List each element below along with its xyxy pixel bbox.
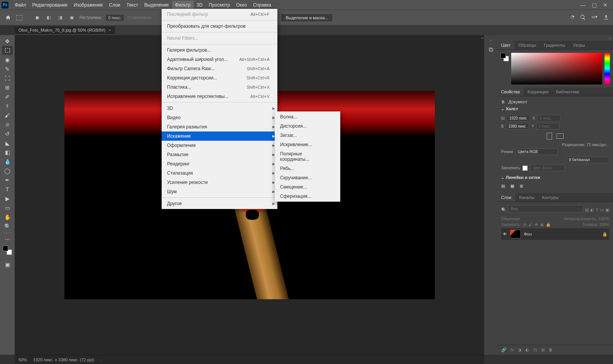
submenu-item--[interactable]: Дисторсия... — [275, 121, 340, 131]
filter-type-icon[interactable]: T — [596, 208, 598, 212]
blend-mode-select[interactable]: Обычные — [501, 216, 520, 221]
menu-item--[interactable]: Другое▶ — [162, 199, 277, 208]
history-panel-icon[interactable]: ⧉ — [489, 46, 493, 53]
collapse-panels-icon[interactable]: « — [481, 36, 483, 40]
history-brush-tool[interactable]: ↺ — [2, 129, 13, 138]
lock-all-icon[interactable]: 🔒 — [546, 222, 551, 227]
lock-transparency-icon[interactable]: ⊞ — [523, 222, 526, 227]
submenu-item--[interactable]: Волна... — [275, 112, 340, 121]
tab-свойства[interactable]: Свойства — [497, 88, 523, 96]
link-layers-icon[interactable]: 🔗 — [501, 347, 507, 352]
menu-item--[interactable]: Шум▶ — [162, 187, 277, 196]
submenu-item--[interactable]: Скручивание... — [275, 173, 340, 182]
fill-swatch[interactable] — [522, 165, 528, 171]
menu-текст[interactable]: Текст — [123, 1, 141, 9]
zoom-level[interactable]: 50% — [19, 357, 27, 362]
eraser-tool[interactable]: ◣ — [2, 138, 13, 147]
lasso-tool[interactable]: ◉ — [2, 55, 13, 64]
selection-subtract-icon[interactable]: ◨ — [56, 14, 64, 22]
height-input[interactable]: 1080 пикс — [506, 123, 529, 130]
rulers-section-header[interactable]: Линейки и сетки — [501, 173, 609, 182]
crop-tool[interactable]: ⛶ — [2, 74, 13, 83]
filter-smart-icon[interactable]: ▣ — [605, 207, 609, 212]
home-icon[interactable] — [4, 13, 12, 22]
menu-item--[interactable]: Исправление перспективы...Alt+Ctrl+V — [162, 92, 277, 101]
portrait-icon[interactable] — [547, 133, 552, 140]
filter-adjust-icon[interactable]: ◐ — [590, 207, 594, 212]
fg-bg-swatch[interactable] — [500, 53, 509, 61]
menu-item--[interactable]: Галерея фильтров... — [162, 46, 277, 55]
tab-библиотеки[interactable]: Библиотеки — [552, 88, 583, 96]
feather-input[interactable]: 0 пикс. — [106, 15, 124, 21]
blur-tool[interactable]: 💧 — [2, 157, 13, 166]
dodge-tool[interactable]: ◯ — [2, 166, 13, 175]
filter-shape-icon[interactable]: ▭ — [600, 207, 604, 212]
eyedropper-tool[interactable]: ✐ — [2, 92, 13, 101]
stamp-tool[interactable]: ⎚ — [2, 120, 13, 129]
submenu-item--[interactable]: Смещение... — [275, 182, 340, 192]
tab-слои[interactable]: Слои — [497, 193, 515, 202]
shape-tool[interactable]: ▭ — [2, 203, 13, 212]
fill-opacity-value[interactable]: 100% — [599, 222, 609, 227]
layer-group-icon[interactable]: 🗀 — [533, 347, 537, 352]
layer-fx-icon[interactable]: fx — [510, 347, 514, 352]
menu-item--[interactable]: Искажение▶ — [162, 131, 277, 141]
menu-фильтр[interactable]: Фильтр — [172, 1, 194, 9]
layer-row[interactable]: 👁 Фон 🔒 — [501, 228, 609, 240]
selection-intersect-icon[interactable]: ▣ — [68, 14, 76, 22]
move-tool[interactable]: ✥ — [2, 37, 13, 46]
layer-thumbnail[interactable] — [510, 230, 521, 238]
menu-item--[interactable]: Видео▶ — [162, 113, 277, 122]
width-input[interactable]: 1920 пикс — [507, 115, 530, 121]
quick-mask-icon[interactable]: ▣ — [2, 260, 13, 269]
type-tool[interactable]: T — [2, 185, 13, 194]
menu-item--[interactable]: Рендеринг▶ — [162, 159, 277, 169]
grid-icon[interactable]: ▦ — [510, 184, 514, 189]
tab-каналы[interactable]: Каналы — [515, 193, 538, 202]
tab-узоры[interactable]: Узоры — [569, 41, 589, 49]
fg-bg-colors[interactable] — [3, 246, 12, 255]
saturation-picker[interactable] — [511, 53, 602, 84]
menu-файл[interactable]: Файл — [12, 1, 29, 9]
marquee-icon[interactable] — [16, 15, 22, 20]
search-icon[interactable] — [580, 14, 586, 21]
layer-mask-icon[interactable]: ◑ — [518, 347, 522, 352]
select-and-mask-button[interactable]: Выделение и маска... — [280, 13, 333, 22]
edit-toolbar-icon[interactable]: ⋯ — [2, 235, 13, 244]
lock-pixels-icon[interactable]: 🖌 — [529, 222, 532, 227]
maximize-button[interactable]: ▢ — [592, 2, 597, 8]
close-button[interactable]: ✕ — [603, 2, 608, 8]
submenu-item--[interactable]: Сферизация... — [275, 192, 340, 201]
lock-artboard-icon[interactable]: ▣ — [540, 222, 544, 227]
menu-окно[interactable]: Окно — [233, 1, 250, 9]
menu-item--[interactable]: Усиление резкости▶ — [162, 178, 277, 187]
menu-item--[interactable]: Коррекция дисторсии...Shift+Ctrl+R — [162, 73, 277, 83]
tab-образцы[interactable]: Образцы — [515, 41, 540, 49]
menu-справка[interactable]: Справка — [250, 1, 274, 9]
selection-add-icon[interactable]: ◧ — [45, 14, 52, 22]
share-icon[interactable] — [603, 14, 609, 21]
menu-item--[interactable]: Оформление▶ — [162, 141, 277, 150]
lock-icon[interactable]: 🔒 — [602, 232, 608, 237]
menu-item--[interactable]: Преобразовать для смарт-фильтров — [162, 22, 277, 31]
menu-item--[interactable]: Галерея размытия▶ — [162, 122, 277, 131]
menu-просмотр[interactable]: Просмотр — [206, 1, 233, 9]
submenu-item--[interactable]: Искривление... — [275, 140, 340, 149]
adjustment-layer-icon[interactable]: ◐ — [525, 347, 529, 352]
pen-tool[interactable]: ✒ — [2, 175, 13, 184]
menu-слои[interactable]: Слои — [106, 1, 123, 9]
menu-изображение[interactable]: Изображение — [71, 1, 106, 9]
minimize-button[interactable]: — — [580, 2, 586, 8]
menu-item--camera-raw-[interactable]: Фильтр Camera Raw...Shift+Ctrl+A — [162, 64, 277, 73]
visibility-icon[interactable]: 👁 — [503, 232, 507, 236]
opacity-value[interactable]: 100% — [598, 216, 609, 221]
delete-layer-icon[interactable]: 🗑 — [549, 347, 553, 352]
submenu-item--[interactable]: Рябь... — [275, 164, 340, 173]
workspace-icon[interactable]: ▭▾ — [591, 14, 598, 21]
frame-tool[interactable]: ⊞ — [2, 83, 13, 92]
filter-pixel-icon[interactable]: ▨ — [585, 207, 589, 212]
hue-slider[interactable] — [605, 53, 610, 84]
fill-select[interactable]: Цвет фона — [530, 165, 565, 171]
layer-search-input[interactable] — [508, 205, 583, 212]
menu-item-3d[interactable]: 3D▶ — [162, 104, 277, 113]
